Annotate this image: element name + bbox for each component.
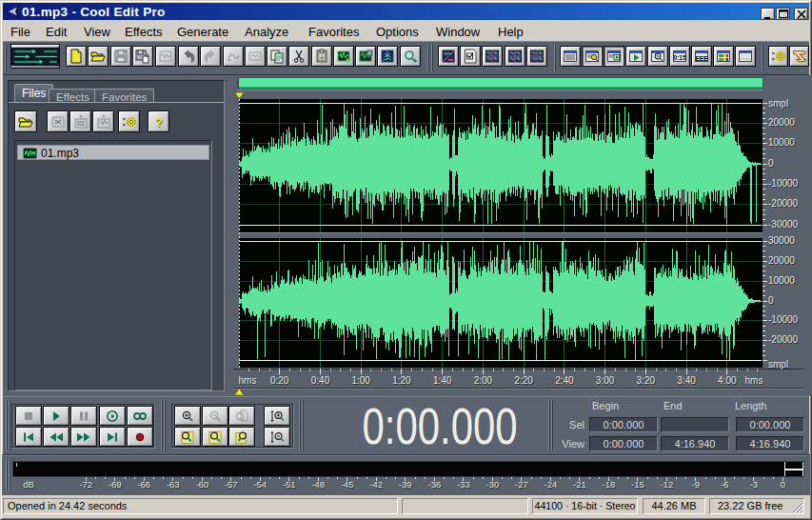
svg-text:-30: -30 xyxy=(486,479,500,490)
svg-text:-9: -9 xyxy=(692,479,700,490)
svg-text:-21: -21 xyxy=(573,479,586,490)
svg-text:-51: -51 xyxy=(283,479,296,490)
svg-text:10000: 10000 xyxy=(768,137,795,148)
svg-text:-18: -18 xyxy=(603,479,616,490)
svg-text:2:20: 2:20 xyxy=(514,375,533,386)
svg-text:10000: 10000 xyxy=(768,275,795,286)
svg-text:N: N xyxy=(368,50,371,55)
svg-text:2:40: 2:40 xyxy=(555,375,574,386)
svg-text:EEE: EEE xyxy=(695,54,708,63)
svg-text:1:40: 1:40 xyxy=(433,375,452,386)
svg-text:0:40: 0:40 xyxy=(311,375,330,386)
svg-text:-3: -3 xyxy=(750,479,758,490)
svg-text:-66: -66 xyxy=(137,479,150,490)
svg-text:4:00: 4:00 xyxy=(718,375,737,386)
svg-text:hms: hms xyxy=(745,375,763,386)
svg-text:-54: -54 xyxy=(253,479,267,490)
svg-text:-69: -69 xyxy=(109,479,122,490)
svg-text:-33: -33 xyxy=(457,479,470,490)
svg-text:3:40: 3:40 xyxy=(677,375,696,386)
svg-text:0: 0 xyxy=(768,158,774,169)
svg-text:-27: -27 xyxy=(515,479,528,490)
svg-text:3:20: 3:20 xyxy=(637,375,656,386)
svg-text:-60: -60 xyxy=(195,479,208,490)
svg-text:smpl: smpl xyxy=(768,98,788,109)
svg-text:-57: -57 xyxy=(225,479,238,490)
svg-text:-48: -48 xyxy=(311,479,325,490)
svg-text:-12: -12 xyxy=(661,479,674,490)
svg-text:-30000: -30000 xyxy=(768,219,799,230)
svg-text:-15: -15 xyxy=(631,479,644,490)
svg-text:2:00: 2:00 xyxy=(474,375,493,386)
svg-text:20000: 20000 xyxy=(768,117,795,128)
svg-text:?: ? xyxy=(155,115,163,130)
svg-text:-20000: -20000 xyxy=(768,198,799,209)
svg-text:-6: -6 xyxy=(721,479,728,490)
svg-text:3:00: 3:00 xyxy=(596,375,615,386)
svg-text:30000: 30000 xyxy=(768,235,795,246)
svg-text:-10000: -10000 xyxy=(768,178,799,189)
svg-text:20000: 20000 xyxy=(768,255,795,266)
svg-text:-42: -42 xyxy=(369,479,383,490)
svg-text:-10000: -10000 xyxy=(768,314,799,325)
svg-text:-72: -72 xyxy=(79,479,92,490)
svg-text:-45: -45 xyxy=(341,479,354,490)
svg-text:dB: dB xyxy=(23,479,34,490)
svg-text:0: 0 xyxy=(768,295,774,306)
svg-text:-36: -36 xyxy=(428,479,442,490)
svg-text:-24: -24 xyxy=(545,479,558,490)
svg-text:1:00: 1:00 xyxy=(351,375,370,386)
svg-text:hms: hms xyxy=(239,375,257,386)
svg-text:0:15: 0:15 xyxy=(673,54,685,61)
svg-text:0:20: 0:20 xyxy=(270,375,289,386)
svg-text:smpl: smpl xyxy=(768,359,788,370)
svg-text:0: 0 xyxy=(781,479,785,490)
svg-text:-20000: -20000 xyxy=(768,334,799,345)
svg-text:1:20: 1:20 xyxy=(392,375,411,386)
svg-text:-63: -63 xyxy=(167,479,180,490)
svg-text:-39: -39 xyxy=(399,479,412,490)
